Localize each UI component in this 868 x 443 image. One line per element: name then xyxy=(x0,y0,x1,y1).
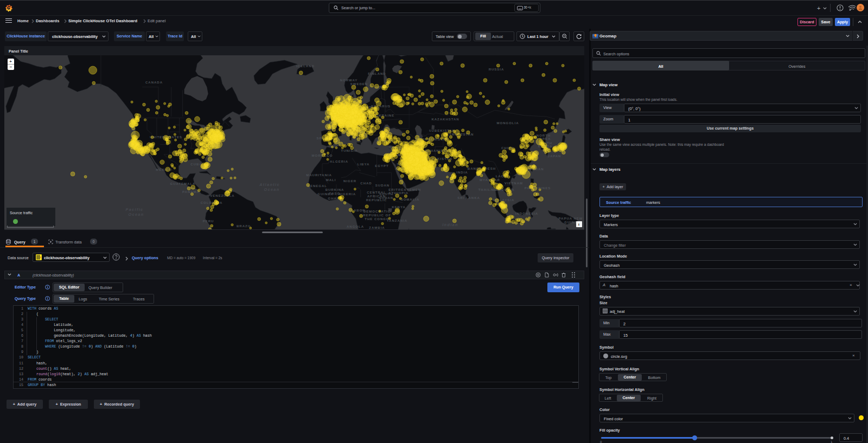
svg-text:COLOMBIA: COLOMBIA xyxy=(201,201,223,204)
svg-text:Ocean: Ocean xyxy=(129,212,144,217)
svg-text:BRAZIL: BRAZIL xyxy=(237,224,252,228)
svg-text:SENEGAL: SENEGAL xyxy=(308,184,327,188)
svg-text:KAZAKHSTAN: KAZAKHSTAN xyxy=(431,118,459,121)
svg-text:NIGER: NIGER xyxy=(343,179,356,183)
svg-text:Indian: Indian xyxy=(442,222,458,227)
svg-text:DEMOCRATIC: DEMOCRATIC xyxy=(363,210,391,213)
svg-text:EGYPT: EGYPT xyxy=(375,164,388,168)
svg-text:CANADA: CANADA xyxy=(145,81,163,84)
svg-text:GUATEMALA: GUATEMALA xyxy=(170,182,196,185)
svg-text:Pacific: Pacific xyxy=(126,207,144,212)
svg-text:FASO: FASO xyxy=(329,192,340,195)
svg-text:REPUBLIC OF: REPUBLIC OF xyxy=(363,214,391,217)
svg-text:ZAMBIA: ZAMBIA xyxy=(369,226,385,229)
svg-text:LIBYA: LIBYA xyxy=(358,163,369,166)
svg-text:PHILIPPINES: PHILIPPINES xyxy=(525,187,551,190)
svg-text:YEMEN: YEMEN xyxy=(407,188,421,191)
svg-text:UKRAINE: UKRAINE xyxy=(376,114,394,117)
svg-text:THE CONGO: THE CONGO xyxy=(365,217,389,221)
svg-text:INDONESIA: INDONESIA xyxy=(515,212,538,215)
svg-text:BURKINA: BURKINA xyxy=(326,188,344,191)
svg-text:VIETNAM: VIETNAM xyxy=(505,182,523,185)
svg-text:Ocean: Ocean xyxy=(264,187,280,192)
svg-text:CUBA: CUBA xyxy=(190,163,202,166)
svg-text:JAPAN: JAPAN xyxy=(548,155,561,158)
svg-text:SOMALIA: SOMALIA xyxy=(401,198,420,201)
svg-text:Atlantic: Atlantic xyxy=(259,182,280,187)
svg-text:ICELAND: ICELAND xyxy=(296,65,315,68)
svg-text:MAURITANIA: MAURITANIA xyxy=(306,174,332,177)
svg-text:SUDAN: SUDAN xyxy=(379,196,393,200)
svg-text:ALGERIA: ALGERIA xyxy=(330,160,348,163)
svg-text:VENEZUELA: VENEZUELA xyxy=(210,194,234,197)
svg-text:NORWAY: NORWAY xyxy=(340,79,358,82)
svg-text:FINLAND: FINLAND xyxy=(368,72,386,75)
svg-text:INDIA: INDIA xyxy=(456,171,468,174)
svg-text:PERU: PERU xyxy=(203,220,214,223)
svg-text:SOUTH: SOUTH xyxy=(379,192,393,196)
svg-text:RUSSIA: RUSSIA xyxy=(489,68,505,71)
svg-text:SRI LANKA: SRI LANKA xyxy=(457,196,480,200)
svg-text:TUNISIA: TUNISIA xyxy=(341,149,358,152)
svg-text:CHAD: CHAD xyxy=(360,182,372,185)
svg-text:MALI: MALI xyxy=(326,178,336,182)
svg-text:SUDAN: SUDAN xyxy=(375,184,390,187)
svg-text:MONGOLIA: MONGOLIA xyxy=(497,121,519,125)
svg-text:NIGERIA: NIGERIA xyxy=(339,192,356,196)
svg-text:ANGOLA: ANGOLA xyxy=(347,225,364,228)
svg-text:PAPUA NEW: PAPUA NEW xyxy=(559,217,583,220)
